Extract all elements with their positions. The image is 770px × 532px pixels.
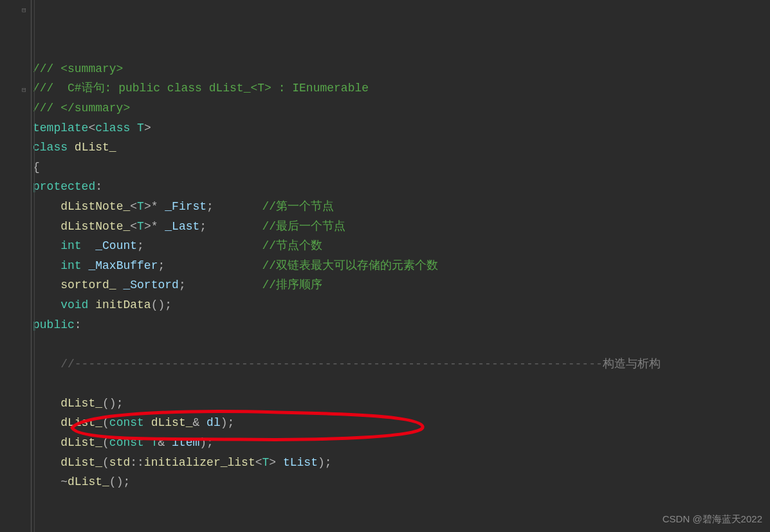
code-line: /// C#语句: public class dList_<T> : IEnum… xyxy=(33,78,661,98)
code-line: dList_(const T& item); xyxy=(33,433,661,453)
code-line: { xyxy=(33,158,661,178)
fold-toggle-icon[interactable]: ⊟ xyxy=(22,84,26,96)
code-line: sortord_ _Sortord; //排序顺序 xyxy=(33,275,661,295)
watermark: CSDN @碧海蓝天2022 xyxy=(663,511,762,527)
code-line: void initData(); xyxy=(33,295,661,315)
code-line: //--------------------------------------… xyxy=(33,354,661,374)
code-line xyxy=(33,492,661,512)
code-editor: ⊟⊟ /// <summary>/// C#语句: public class d… xyxy=(0,0,770,532)
code-line: ~dList_(); xyxy=(33,472,661,492)
code-line: dListNote_<T>* _First; //第一个节点 xyxy=(33,197,661,217)
code-line: public: xyxy=(33,315,661,335)
gutter: ⊟⊟ xyxy=(0,0,32,532)
code-line: template<class T> xyxy=(33,118,661,138)
code-line xyxy=(33,374,661,394)
code-line: int _Count; //节点个数 xyxy=(33,236,661,256)
code-line xyxy=(33,511,661,531)
code-line: /// </summary> xyxy=(33,98,661,118)
code-line: /// <summary> xyxy=(33,59,661,79)
code-line: dListNote_<T>* _Last; //最后一个节点 xyxy=(33,217,661,237)
code-line: dList_(); xyxy=(33,394,661,414)
code-line xyxy=(33,335,661,354)
code-area: /// <summary>/// C#语句: public class dLis… xyxy=(32,0,661,532)
code-line: int _MaxBuffer; //双链表最大可以存储的元素个数 xyxy=(33,256,661,276)
code-line: dList_(std::initializer_list<T> tList); xyxy=(33,453,661,473)
code-line: protected: xyxy=(33,177,661,197)
code-line: dList_(const dList_& dl); xyxy=(33,413,661,433)
fold-toggle-icon[interactable]: ⊟ xyxy=(22,5,26,17)
code-line: class dList_ xyxy=(33,138,661,158)
